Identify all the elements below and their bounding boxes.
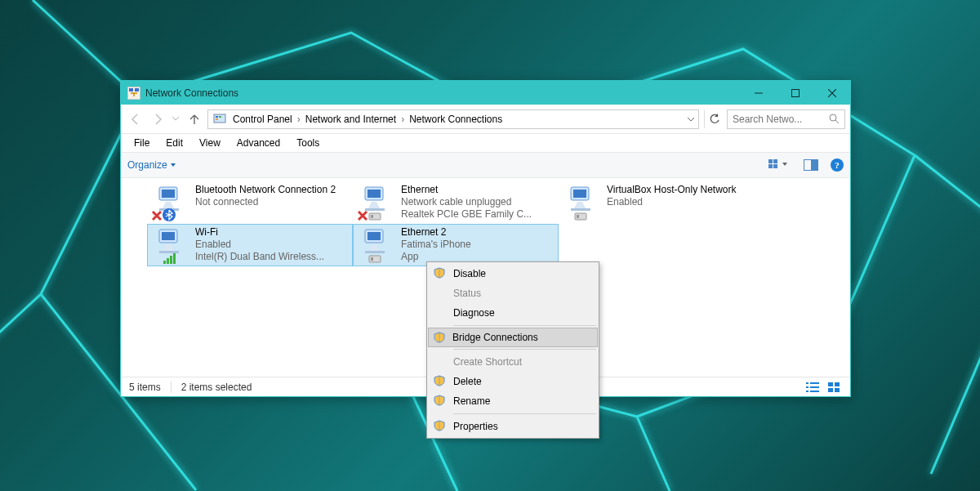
chevron-down-icon [170,162,176,168]
svg-rect-6 [219,116,221,118]
svg-rect-23 [371,215,373,218]
breadcrumb-network-internet[interactable]: Network and Internet [302,114,399,125]
network-adapter-icon [151,226,190,264]
svg-rect-11 [768,164,773,168]
connection-device: Realtek PCIe GBE Family C... [401,208,532,221]
svg-rect-20 [368,190,381,198]
ctx-status[interactable]: Status [429,283,597,303]
window-title: Network Connections [145,87,238,99]
svg-rect-42 [810,382,819,384]
connection-device: Intel(R) Dual Band Wireless... [195,251,324,263]
menu-file[interactable]: File [126,136,158,150]
svg-rect-50 [835,388,840,392]
svg-rect-48 [835,382,840,386]
svg-rect-46 [810,391,819,392]
network-adapter-icon [151,184,190,221]
breadcrumb-root[interactable]: Control Panel [229,114,296,125]
ethernet-plug-icon [368,254,383,264]
organize-label: Organize [127,159,167,171]
ctx-bridge-connections[interactable]: Bridge Connections [428,328,598,347]
context-menu: Disable Status Diagnose Bridge Connectio… [426,261,599,439]
svg-rect-14 [811,160,817,170]
svg-rect-3 [791,89,799,96]
large-icons-view-button[interactable] [826,381,842,394]
minimize-button[interactable] [740,81,777,105]
refresh-button[interactable] [704,110,724,128]
connection-virtualbox[interactable]: VirtualBox Host-Only Network Enabled [559,181,764,224]
svg-point-8 [830,114,836,121]
details-view-button[interactable] [804,381,821,394]
svg-rect-44 [810,386,819,388]
menu-advanced[interactable]: Advanced [229,136,288,150]
svg-rect-34 [170,256,172,264]
chevron-right-icon[interactable]: › [399,114,406,125]
shield-icon [434,395,445,406]
address-bar[interactable]: Control Panel › Network and Internet › N… [207,109,699,129]
ctx-properties[interactable]: Properties [429,417,597,436]
maximize-button[interactable] [777,81,813,105]
search-box[interactable]: Search Netwo... [727,109,845,129]
connection-ethernet[interactable]: Ethernet Network cable unplugged Realtek… [353,181,559,224]
search-icon [829,114,840,124]
menu-bar: File Edit View Advanced Tools [121,134,850,152]
shield-icon [434,420,445,431]
menu-edit[interactable]: Edit [158,136,191,150]
svg-rect-10 [773,159,777,163]
shield-icon [434,332,445,343]
connection-bluetooth[interactable]: Bluetooth Network Connection 2 Not conne… [147,181,353,224]
ctx-label: Properties [453,421,498,432]
ctx-label: Status [453,288,481,299]
recent-locations-dropdown[interactable] [172,114,181,125]
separator [453,413,596,414]
bluetooth-badge-icon [163,208,176,221]
connection-ethernet2[interactable]: Ethernet 2 Fatima's iPhone App [353,224,559,266]
toolbar: Organize ? [121,152,850,178]
network-adapter-icon [357,226,396,264]
ctx-disable[interactable]: Disable [429,264,597,283]
ctx-label: Rename [453,395,490,407]
preview-pane-button[interactable] [798,156,824,174]
disconnected-badge-icon [357,210,368,221]
svg-rect-1 [129,88,133,92]
svg-rect-35 [173,253,176,264]
svg-rect-43 [806,386,808,388]
view-options-button[interactable] [765,156,791,174]
ctx-diagnose[interactable]: Diagnose [429,303,597,323]
menu-tools[interactable]: Tools [288,136,327,150]
svg-rect-47 [828,382,833,386]
connection-name: VirtualBox Host-Only Network [607,184,737,196]
svg-rect-32 [163,261,166,264]
address-dropdown-icon[interactable] [687,115,695,123]
connection-status: Not connected [195,196,336,208]
network-adapter-icon [563,184,602,221]
up-button[interactable] [185,109,204,129]
menu-view[interactable]: View [191,136,229,150]
title-bar[interactable]: Network Connections [121,81,850,105]
breadcrumb-leaf[interactable]: Network Connections [406,114,506,125]
item-count: 5 items [129,382,161,393]
close-button[interactable] [813,81,850,105]
svg-rect-30 [162,232,175,240]
back-button[interactable] [126,109,145,129]
svg-rect-49 [828,388,833,392]
app-icon [127,87,140,100]
shield-icon [434,267,445,279]
connection-status: Fatima's iPhone [401,239,471,251]
ctx-label: Delete [453,376,482,387]
ctx-label: Disable [453,268,486,279]
connection-wifi[interactable]: Wi-Fi Enabled Intel(R) Dual Band Wireles… [147,224,353,266]
ctx-delete[interactable]: Delete [429,372,597,391]
ethernet-plug-icon [574,212,589,221]
ctx-create-shortcut[interactable]: Create Shortcut [429,352,597,372]
chevron-right-icon[interactable]: › [296,114,302,125]
selection-count: 2 items selected [181,382,252,393]
forward-button[interactable] [149,109,168,129]
svg-rect-41 [806,382,808,384]
help-button[interactable]: ? [831,158,844,172]
wifi-signal-icon [163,252,177,264]
organize-dropdown[interactable]: Organize [127,159,176,171]
svg-rect-37 [368,232,381,240]
connection-name: Ethernet 2 [401,226,471,239]
ctx-rename[interactable]: Rename [429,391,597,411]
connection-status: Enabled [607,196,737,208]
